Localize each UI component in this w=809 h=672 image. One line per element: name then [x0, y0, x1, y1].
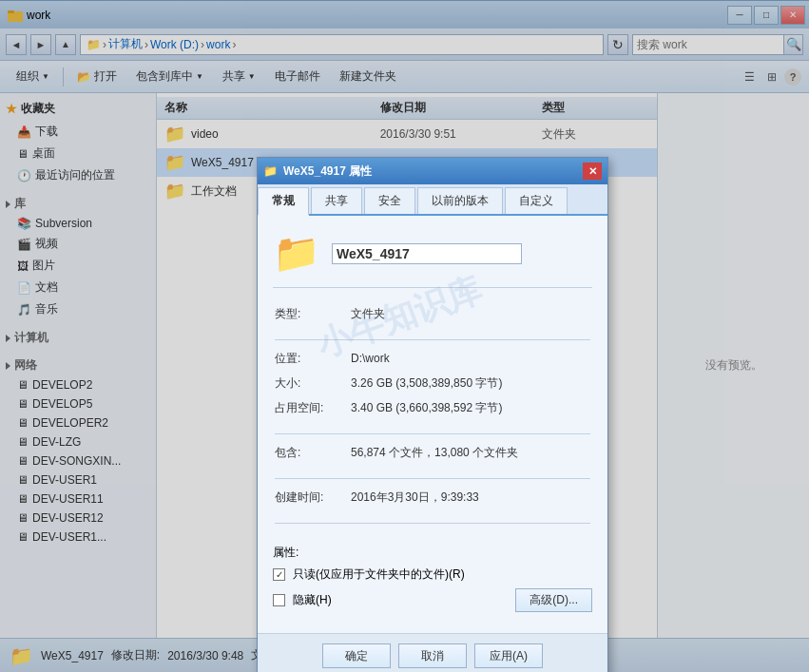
attrs-label: 属性:: [273, 545, 299, 561]
dialog-attrs: 属性: 只读(仅应用于文件夹中的文件)(R) 隐藏(H) 高级(D)...: [273, 545, 592, 612]
dialog-title: WeX5_4917 属性: [283, 163, 372, 180]
dialog-body: 📁 类型: 文件夹 位置: D:\work 大小: 3.26 GB (3,508…: [258, 216, 607, 633]
dialog-tabs: 常规 共享 安全 以前的版本 自定义: [258, 184, 607, 216]
tab-share[interactable]: 共享: [311, 187, 362, 214]
prop-row-size: 大小: 3.26 GB (3,508,389,850 字节): [275, 374, 590, 392]
prop-label-contains: 包含:: [275, 444, 351, 461]
dialog-properties-table: 类型: 文件夹 位置: D:\work 大小: 3.26 GB (3,508,3…: [273, 303, 592, 533]
prop-label-type: 类型:: [275, 305, 351, 322]
tab-security[interactable]: 安全: [364, 187, 415, 214]
prop-value-size: 3.26 GB (3,508,389,850 字节): [351, 374, 590, 392]
tab-general[interactable]: 常规: [258, 187, 309, 216]
prop-value-type: 文件夹: [351, 305, 590, 322]
prop-row-created: 创建时间: 2016年3月30日，9:39:33: [275, 489, 590, 506]
hidden-label: 隐藏(H): [293, 592, 332, 608]
tab-custom[interactable]: 自定义: [505, 187, 568, 214]
dialog-title-bar: 📁 WeX5_4917 属性 ✕: [258, 158, 607, 184]
tab-previous[interactable]: 以前的版本: [417, 187, 503, 214]
prop-label-disksize: 占用空间:: [275, 399, 351, 416]
readonly-checkbox[interactable]: [273, 568, 285, 581]
hidden-row: 隐藏(H) 高级(D)...: [273, 588, 592, 612]
properties-dialog: 📁 WeX5_4917 属性 ✕ 常规 共享 安全 以前的版本 自定义 📁 类型…: [257, 157, 608, 672]
advanced-button[interactable]: 高级(D)...: [515, 588, 592, 612]
prop-row-disksize: 占用空间: 3.40 GB (3,660,398,592 字节): [275, 399, 590, 416]
attrs-label-row: 属性:: [273, 545, 592, 561]
prop-value-location: D:\work: [351, 350, 590, 367]
prop-value-disksize: 3.40 GB (3,660,398,592 字节): [351, 399, 590, 416]
dialog-folder-name-input[interactable]: [332, 243, 522, 264]
prop-label-size: 大小:: [275, 374, 351, 392]
prop-value-created: 2016年3月30日，9:39:33: [351, 489, 590, 506]
readonly-row: 只读(仅应用于文件夹中的文件)(R): [273, 566, 592, 583]
prop-row-contains: 包含: 56,874 个文件，13,080 个文件夹: [275, 444, 590, 461]
ok-button[interactable]: 确定: [322, 643, 391, 668]
dialog-folder-icon-small: 📁: [263, 164, 278, 178]
prop-value-contains: 56,874 个文件，13,080 个文件夹: [351, 444, 590, 461]
dialog-folder-header: 📁: [273, 231, 592, 288]
prop-label-created: 创建时间:: [275, 489, 351, 506]
apply-button[interactable]: 应用(A): [474, 643, 543, 668]
readonly-label: 只读(仅应用于文件夹中的文件)(R): [293, 566, 465, 583]
prop-row-type: 类型: 文件夹: [275, 305, 590, 322]
dialog-footer: 确定 取消 应用(A): [258, 633, 607, 672]
cancel-button[interactable]: 取消: [398, 643, 467, 668]
hidden-checkbox[interactable]: [273, 594, 285, 606]
dialog-big-folder-icon: 📁: [273, 231, 320, 276]
modal-overlay: 📁 WeX5_4917 属性 ✕ 常规 共享 安全 以前的版本 自定义 📁 类型…: [0, 0, 809, 672]
prop-row-location: 位置: D:\work: [275, 350, 590, 367]
prop-label-location: 位置:: [275, 350, 351, 367]
dialog-close-button[interactable]: ✕: [583, 163, 602, 180]
